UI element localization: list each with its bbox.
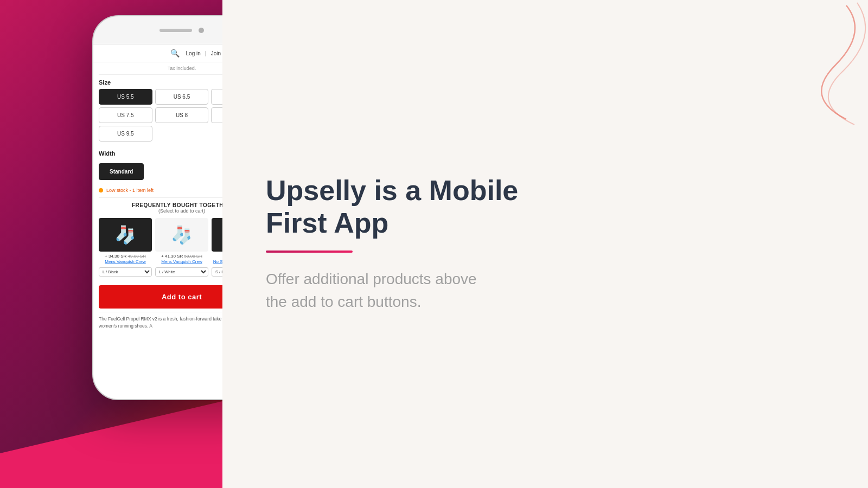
body-text-line-1: Offer additional products above bbox=[266, 271, 477, 287]
join-link[interactable]: Join bbox=[211, 50, 221, 56]
phone-screen: 🔍 Log in | Join ☰ 🛒 🇬🇧 › Tax included. S… bbox=[93, 44, 222, 399]
login-link[interactable]: Log in bbox=[186, 50, 201, 56]
left-panel: 🔍 Log in | Join ☰ 🛒 🇬🇧 › Tax included. S… bbox=[0, 0, 222, 488]
nav-bar: 🔍 Log in | Join ☰ 🛒 🇬🇧 › bbox=[93, 44, 222, 62]
fbt-product-1-name[interactable]: Mens Vanquish Crew bbox=[99, 259, 152, 265]
fbt-product-2-old-price: 59.00 SR bbox=[184, 254, 202, 259]
fbt-product-1-select[interactable]: L / Black L / White bbox=[99, 267, 152, 277]
add-to-cart-button[interactable]: Add to cart bbox=[99, 285, 222, 309]
low-stock-text: Low stock - 1 item left bbox=[106, 188, 154, 193]
heading-line-1: Upselly is a Mobile bbox=[266, 175, 518, 206]
search-icon[interactable]: 🔍 bbox=[170, 49, 180, 57]
fbt-product-3: 🧦 + 80.00 SR No Show Run Sock 3 Pair S /… bbox=[212, 218, 222, 277]
phone-camera bbox=[199, 28, 204, 33]
fbt-product-1-price: + 34.30 SR 49.00 SR bbox=[99, 254, 152, 259]
width-label: Width bbox=[99, 150, 115, 157]
tax-info: Tax included. bbox=[99, 62, 222, 75]
fbt-product-2-plus-price: + 41.30 SR bbox=[161, 254, 184, 259]
fbt-product-1-plus-price: + 34.30 SR bbox=[105, 254, 127, 259]
product-description: The FuelCell Propel RMX v2 is a fresh, f… bbox=[99, 312, 222, 333]
fbt-product-3-name[interactable]: No Show Run Sock 3 Pair bbox=[212, 259, 222, 265]
fbt-product-2-name[interactable]: Mens Vanquish Crew bbox=[155, 259, 208, 265]
size-grid: US 5.5 US 6.5 US 7 bbox=[99, 89, 222, 105]
right-panel: Upselly is a Mobile First App Offer addi… bbox=[222, 0, 868, 488]
right-content: Upselly is a Mobile First App Offer addi… bbox=[266, 175, 518, 313]
size-btn-6-5[interactable]: US 6.5 bbox=[155, 89, 209, 105]
size-section-header: Size Size & fit guide bbox=[99, 75, 222, 89]
fbt-product-3-price: + 80.00 SR bbox=[212, 254, 222, 259]
size-label: Size bbox=[99, 79, 111, 86]
fbt-title: FREQUENTLY BOUGHT TOGETHER bbox=[99, 202, 222, 208]
fbt-products-list: 🧦 + 34.30 SR 49.00 SR Mens Vanquish Crew… bbox=[99, 218, 222, 277]
low-stock-dot bbox=[99, 188, 103, 192]
sub-heading: Offer additional products above the add … bbox=[266, 268, 518, 313]
accent-divider bbox=[266, 251, 353, 253]
fbt-product-2: 🧦 + 41.30 SR 59.00 SR Mens Vanquish Crew… bbox=[155, 218, 208, 277]
decorative-curves bbox=[749, 0, 868, 125]
screen-content: Tax included. Size Size & fit guide US 5… bbox=[93, 62, 222, 332]
fbt-product-1: 🧦 + 34.30 SR 49.00 SR Mens Vanquish Crew… bbox=[99, 218, 152, 277]
size-grid-3: US 9.5 bbox=[99, 126, 222, 142]
nav-separator: | bbox=[205, 50, 207, 56]
left-panel-bottom-accent bbox=[0, 401, 222, 488]
fbt-section: FREQUENTLY BOUGHT TOGETHER (Select to ad… bbox=[99, 198, 222, 281]
width-section: Width Standard bbox=[99, 146, 222, 180]
fbt-product-2-price: + 41.30 SR 59.00 SR bbox=[155, 254, 208, 259]
add-to-cart-section: Add to cart bbox=[99, 281, 222, 312]
size-btn-9-5[interactable]: US 9.5 bbox=[99, 126, 152, 142]
body-text-line-2: the add to cart buttons. bbox=[266, 293, 421, 310]
fbt-product-3-select[interactable]: S / BLACK / M / BLACK / bbox=[212, 267, 222, 277]
low-stock-notice: Low stock - 1 item left bbox=[99, 184, 222, 198]
fbt-product-2-select[interactable]: L / White L / Black bbox=[155, 267, 208, 277]
heading-line-2: First App bbox=[266, 207, 388, 239]
phone-top-bar bbox=[93, 16, 222, 44]
fbt-product-1-old-price: 49.00 SR bbox=[128, 254, 146, 259]
phone-body: 🔍 Log in | Join ☰ 🛒 🇬🇧 › Tax included. S… bbox=[92, 15, 222, 400]
size-btn-8-5[interactable]: US 8.5 bbox=[211, 107, 222, 123]
phone-speaker bbox=[159, 29, 192, 32]
size-btn-8[interactable]: US 8 bbox=[155, 107, 209, 123]
fbt-subtitle: (Select to add to cart) bbox=[99, 208, 222, 214]
main-heading: Upselly is a Mobile First App bbox=[266, 175, 518, 240]
size-btn-5-5[interactable]: US 5.5 bbox=[99, 89, 152, 105]
fbt-product-3-image: 🧦 bbox=[212, 218, 222, 252]
phone-mockup: 🔍 Log in | Join ☰ 🛒 🇬🇧 › Tax included. S… bbox=[92, 15, 222, 400]
size-grid-2: US 7.5 US 8 US 8.5 bbox=[99, 107, 222, 123]
fbt-product-1-image: 🧦 bbox=[99, 218, 152, 252]
fbt-product-2-image: 🧦 bbox=[155, 218, 208, 252]
size-btn-7[interactable]: US 7 bbox=[211, 89, 222, 105]
standard-width-btn[interactable]: Standard bbox=[99, 163, 144, 180]
width-header: Width bbox=[99, 146, 222, 160]
size-btn-7-5[interactable]: US 7.5 bbox=[99, 107, 152, 123]
